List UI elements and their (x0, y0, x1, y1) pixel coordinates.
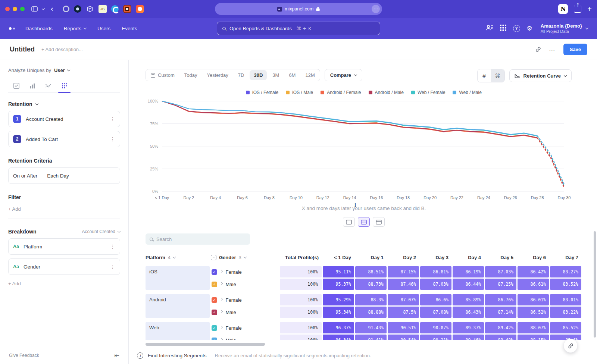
extension-icon[interactable] (136, 5, 144, 13)
step-menu-button[interactable]: ⋮ (110, 136, 115, 142)
retention-cell[interactable]: 89.48% (485, 335, 516, 340)
add-filter-button[interactable]: + Add (8, 206, 120, 212)
report-title[interactable]: Untitled (10, 46, 35, 53)
retention-section-header[interactable]: Retention (8, 101, 120, 107)
url-bar[interactable]: mixpanel.com ⋯ (215, 3, 382, 15)
gender-cell[interactable]: ✓Male (211, 307, 279, 318)
tab-overview-chevron-icon[interactable] (42, 7, 45, 10)
view-toggle-header[interactable] (373, 217, 385, 227)
retention-cell[interactable]: 86.44% (453, 279, 484, 290)
retention-criteria-row[interactable]: On or After Each Day (8, 167, 120, 184)
retention-cell[interactable]: 87.07% (388, 294, 419, 305)
gender-cell[interactable]: ✓Male (211, 279, 279, 290)
extension-icon[interactable] (123, 5, 131, 13)
minimize-window-button[interactable] (13, 7, 17, 11)
retention-cell[interactable]: 87.46% (388, 279, 419, 290)
vertical-scrollbar[interactable] (594, 231, 596, 338)
breakdown-menu-button[interactable]: ⋮ (110, 264, 115, 270)
breakdown-item-platform[interactable]: AaPlatform⋮ (8, 238, 120, 255)
retention-cell[interactable]: 87.08% (420, 307, 451, 318)
retention-cell[interactable]: 88.88% (355, 307, 387, 318)
retention-cell[interactable]: 86.42% (518, 266, 549, 277)
retention-cell[interactable]: 88.73% (355, 279, 387, 290)
column-header-day[interactable]: Day 6 (518, 255, 549, 260)
series-checkbox[interactable]: ✓ (212, 297, 217, 303)
retention-cell[interactable]: 95.37% (323, 279, 354, 290)
column-header-platform[interactable]: Platform4 (146, 255, 210, 260)
legend-item[interactable]: iOS / Male (286, 90, 313, 95)
tab-insights[interactable] (8, 79, 24, 92)
horizontal-scrollbar[interactable] (146, 343, 582, 346)
extension-icon[interactable] (111, 5, 119, 13)
chart-view-dropdown[interactable]: Retention Curve (509, 69, 572, 82)
legend-item[interactable]: Android / Male (369, 90, 404, 95)
retention-cell[interactable]: 87.25% (485, 279, 516, 290)
retention-cell[interactable]: 90.21% (420, 335, 451, 340)
retention-cell[interactable]: 86.52% (518, 307, 549, 318)
copy-link-icon[interactable] (535, 46, 541, 53)
series-checkbox[interactable]: ✓ (212, 338, 217, 340)
retention-cell[interactable]: 85.89% (453, 294, 484, 305)
series-checkbox[interactable]: ✓ (212, 310, 217, 315)
expand-chevron-icon[interactable] (220, 326, 222, 328)
add-description-field[interactable]: + Add description... (41, 47, 83, 52)
series-line[interactable] (162, 101, 537, 138)
retention-cell[interactable]: 88.51% (355, 266, 387, 277)
account-switcher[interactable]: Amazonia {Demo} All Project Data (541, 23, 588, 34)
column-header-day[interactable]: < 1 Day (323, 255, 354, 260)
expand-chevron-icon[interactable] (220, 282, 222, 285)
nav-item-dashboards[interactable]: Dashboards (25, 26, 53, 31)
retention-cell[interactable]: 86.6% (420, 294, 451, 305)
indeterminate-checkbox[interactable]: – (211, 255, 216, 260)
retention-step-1[interactable]: 1Account Created⋮ (8, 111, 120, 127)
tab-flows[interactable] (40, 79, 56, 92)
retention-cell[interactable]: 86.43% (453, 307, 484, 318)
series-line[interactable] (162, 101, 537, 136)
table-search-input[interactable]: Search (146, 233, 250, 245)
retention-chart[interactable]: 0%25%50%75%100%< 1 DayDay 2Day 4Day 6Day… (146, 98, 567, 204)
column-header-day[interactable]: Day 4 (453, 255, 484, 260)
extension-icon[interactable] (74, 5, 81, 13)
share-link-fab[interactable] (563, 339, 578, 353)
retention-cell[interactable]: 95.11% (323, 266, 354, 277)
mixpanel-logo[interactable] (9, 27, 15, 30)
give-feedback-link[interactable]: Give Feedback (9, 353, 39, 358)
zoom-window-button[interactable] (20, 7, 25, 11)
add-breakdown-button[interactable]: + Add (8, 281, 120, 286)
notion-app-icon[interactable]: N (558, 4, 568, 14)
retention-cell[interactable]: 87.5% (388, 307, 419, 318)
range-3m[interactable]: 3M (268, 69, 284, 81)
retention-cell[interactable]: 85.6% (550, 335, 581, 340)
retention-cell[interactable]: 83.01% (550, 294, 581, 305)
retention-cell[interactable]: 86.01% (518, 294, 549, 305)
extension-icon[interactable] (86, 5, 94, 13)
extension-icon-js[interactable]: JS (99, 5, 107, 13)
retention-step-2[interactable]: 2Added To Cart⋮ (8, 131, 120, 147)
apps-grid-icon[interactable] (500, 25, 506, 32)
view-toggle-split[interactable] (358, 217, 370, 227)
compare-button[interactable]: Compare (325, 69, 362, 81)
platform-cell[interactable]: iOS (146, 266, 210, 290)
settings-gear-icon[interactable]: ⚙ (527, 25, 532, 32)
retention-cell[interactable]: 90.54% (388, 335, 419, 340)
column-header-day[interactable]: Day 5 (485, 255, 516, 260)
legend-item[interactable]: Android / Female (321, 90, 361, 95)
more-options-button[interactable]: … (549, 46, 556, 53)
legend-item[interactable]: Web / Female (411, 90, 445, 95)
view-toggle-single[interactable] (343, 217, 355, 227)
retention-cell[interactable]: 87.03% (420, 279, 451, 290)
range-today[interactable]: Today (179, 69, 202, 81)
retention-cell[interactable]: 91.43% (355, 322, 387, 333)
tab-retention[interactable] (56, 79, 72, 92)
retention-cell[interactable]: 85.52% (550, 322, 581, 333)
series-line-dashed[interactable] (537, 138, 564, 188)
retention-cell[interactable]: 83.22% (550, 307, 581, 318)
retention-cell[interactable]: 86.76% (485, 294, 516, 305)
nav-item-events[interactable]: Events (122, 26, 137, 31)
share-icon[interactable] (574, 5, 581, 13)
expand-chevron-icon[interactable] (220, 298, 222, 300)
close-window-button[interactable] (5, 7, 10, 11)
analyze-entity-dropdown[interactable]: User (54, 68, 70, 73)
column-header-gender[interactable]: –Gender3 (211, 255, 279, 260)
url-more-button[interactable]: ⋯ (372, 5, 380, 13)
